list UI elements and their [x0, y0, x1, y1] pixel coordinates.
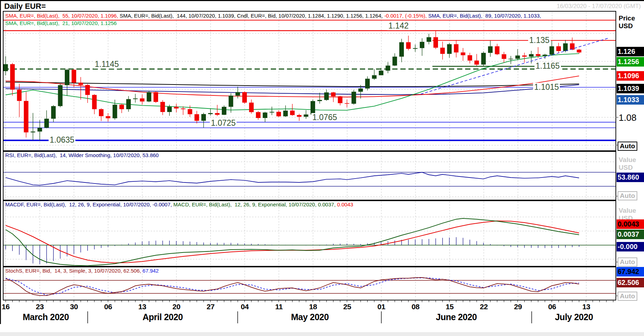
- candle-body: [194, 114, 199, 121]
- candle-body: [461, 52, 465, 55]
- macd-line: [6, 218, 579, 266]
- candle-body: [550, 46, 554, 55]
- x-axis-day-label: 04: [241, 303, 249, 311]
- stoch-auto-scale-button[interactable]: Auto: [618, 292, 637, 301]
- candle-body: [24, 101, 29, 132]
- macd-auto-scale-button[interactable]: Auto: [618, 257, 637, 267]
- candle-body: [427, 37, 431, 42]
- candle-body: [58, 85, 63, 106]
- candle-body: [324, 92, 329, 100]
- axis-price-value-tag: 1.1256: [617, 57, 644, 67]
- price-level-label-1-0635: 1.0635: [49, 136, 75, 144]
- candle-body: [65, 70, 69, 85]
- candle-body: [454, 44, 458, 52]
- candle-body: [208, 113, 213, 114]
- candle-body: [440, 48, 445, 54]
- main-panel-border: [3, 11, 616, 151]
- candle-body: [51, 106, 56, 119]
- candle-body: [99, 109, 104, 116]
- candle-body: [556, 46, 561, 51]
- x-axis-month-label: March 2020: [23, 312, 69, 322]
- candle-body: [119, 105, 124, 109]
- legend-change: -0.0017, (-0.15%),: [384, 13, 428, 19]
- chart-canvas[interactable]: [0, 0, 644, 336]
- price-level-label-1-1015: 1.1015: [533, 83, 560, 92]
- price-tick-1-08: 1.08: [619, 112, 637, 123]
- candle-body: [297, 115, 301, 117]
- candle-body: [577, 50, 581, 52]
- candle-body: [515, 56, 520, 59]
- rsi-axis-currency: USD: [619, 164, 633, 171]
- macd-signal-line: [6, 221, 579, 263]
- candle-body: [386, 66, 390, 70]
- candle-body: [413, 48, 418, 49]
- x-axis-day-label: 20: [173, 303, 180, 311]
- candle-body: [399, 42, 404, 57]
- price-auto-scale-button[interactable]: Auto: [618, 142, 637, 151]
- sma55-line: [6, 76, 579, 97]
- rsi-panel-border: [3, 151, 616, 200]
- candle-body: [536, 54, 540, 56]
- x-axis-month-label: April 2020: [143, 312, 183, 322]
- candle-body: [351, 92, 356, 104]
- candle-body: [393, 57, 397, 66]
- candle-body: [174, 107, 179, 108]
- x-axis-day-label: 18: [309, 303, 317, 311]
- candle-body: [154, 92, 158, 102]
- candle-body: [167, 107, 172, 112]
- x-axis-day-label: 27: [207, 303, 214, 311]
- legend-macd-last: 0.0043: [337, 201, 353, 207]
- candle-body: [44, 119, 49, 128]
- candle-body: [85, 85, 90, 95]
- candle-body: [201, 114, 206, 121]
- candle-body: [474, 61, 479, 65]
- x-axis-day-label: 29: [514, 303, 522, 311]
- candle-body: [338, 96, 343, 103]
- axis-price-value-tag: 1.1039: [617, 84, 644, 93]
- candle-body: [4, 64, 8, 71]
- candle-body: [236, 92, 240, 96]
- x-axis-day-label: 06: [104, 303, 112, 311]
- price-level-label-1-1145: 1.1145: [94, 60, 120, 69]
- rsi-auto-scale-button[interactable]: Auto: [618, 191, 637, 200]
- legend-stoch: StochS, EUR=, Bid, 14, 3, Simple, 3, 10/…: [5, 268, 143, 274]
- sma144-line: [6, 82, 579, 87]
- candle-body: [283, 111, 288, 116]
- stoch-legend: StochS, EUR=, Bid, 14, 3, Simple, 3, 10/…: [5, 268, 159, 274]
- candle-body: [113, 105, 117, 118]
- macd-legend: MACDF, EUR=, Bid(Last), 12, 26, 9, Expon…: [5, 202, 353, 207]
- candle-body: [495, 46, 499, 54]
- candle-body: [92, 95, 97, 109]
- candle-body: [181, 108, 186, 109]
- rsi-axis-unit: Value: [619, 156, 636, 163]
- legend-sma89: SMA, EUR=, Bid(Last), 89, 10/07/2020, 1.…: [428, 13, 543, 19]
- axis-macd-value-tag: -0.000: [617, 242, 644, 251]
- candle-body: [79, 83, 83, 85]
- rsi-legend: RSI, EUR=, Bid(Last), 14, Wilder Smoothi…: [5, 153, 159, 158]
- candle-body: [304, 114, 308, 117]
- x-axis-day-label: 11: [275, 303, 282, 311]
- axis-price-value-tag: 1.1033: [617, 95, 644, 105]
- candle-body: [563, 43, 568, 51]
- candle-body: [502, 54, 506, 59]
- candle-body: [488, 46, 493, 53]
- legend-macd: MACD, EUR=, Bid(Last), 12, 26, 9, Expone…: [173, 201, 337, 207]
- main-legend-row1: SMA, EUR=, Bid(Last), 55, 10/07/2020, 1.…: [5, 13, 543, 19]
- candle-body: [317, 100, 322, 101]
- axis-macd-value-tag: 0.0043: [617, 219, 644, 229]
- candle-body: [543, 55, 547, 56]
- price-level-label-1-0765: 1.0765: [311, 113, 338, 122]
- x-axis-day-label: 22: [480, 303, 488, 311]
- x-axis-month-label: May 2020: [291, 312, 329, 322]
- candle-body: [160, 102, 165, 112]
- legend-macdf: MACDF, EUR=, Bid(Last), 12, 26, 9, Expon…: [5, 201, 173, 207]
- candle-body: [256, 112, 261, 118]
- axis-stoch-value-tag: 67.942: [617, 267, 644, 276]
- candle-body: [529, 54, 533, 57]
- price-level-label-1-1165: 1.1165: [534, 62, 561, 70]
- candle-body: [147, 92, 151, 102]
- candle-body: [215, 113, 220, 115]
- candle-body: [345, 103, 349, 104]
- x-axis-day-label: 30: [70, 303, 78, 311]
- candle-body: [249, 102, 254, 112]
